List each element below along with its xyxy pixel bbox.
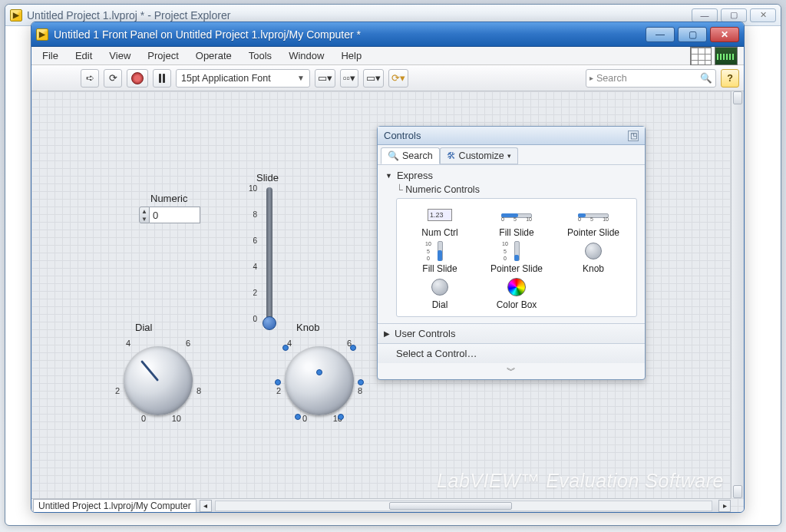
palette-item-knob[interactable]: Knob: [556, 241, 630, 274]
connector-pane-icon[interactable]: [690, 47, 712, 65]
menu-edit[interactable]: Edit: [68, 48, 100, 63]
menu-help[interactable]: Help: [333, 48, 369, 63]
slide-tick: 2: [246, 289, 257, 297]
slide-tick: 6: [246, 236, 257, 245]
search-icon: 🔍: [388, 150, 399, 161]
slide-tick: 0: [246, 315, 257, 323]
front-panel-window: ▶ Untitled 1 Front Panel on Untitled Pro…: [31, 21, 745, 513]
palette-title: Controls: [384, 130, 421, 141]
horizontal-scrollbar[interactable]: Untitled Project 1.lvproj/My Computer ◂ …: [31, 498, 731, 512]
menu-operate[interactable]: Operate: [188, 48, 239, 63]
palette-subsection-numeric: └ Numeric Controls: [385, 184, 637, 195]
numeric-value[interactable]: 0: [150, 207, 200, 223]
vertical-scrollbar[interactable]: [731, 91, 744, 498]
vi-icon[interactable]: [715, 47, 738, 65]
palette-item-fill-slide-h[interactable]: 0510 Fill Slide: [480, 205, 553, 238]
numeric-control[interactable]: ▲▼ 0: [139, 207, 200, 223]
palette-search-tab[interactable]: 🔍 Search: [381, 147, 440, 164]
palette-item-fill-slide-v[interactable]: 1050 Fill Slide: [403, 241, 477, 274]
front-panel-title: Untitled 1 Front Panel on Untitled Proje…: [54, 28, 640, 41]
reorder-button[interactable]: ⟳▾: [388, 69, 408, 88]
menu-project[interactable]: Project: [140, 48, 186, 63]
palette-item-color-box[interactable]: Color Box: [480, 277, 553, 310]
selection-handle[interactable]: [282, 345, 289, 351]
front-panel-titlebar: ▶ Untitled 1 Front Panel on Untitled Pro…: [31, 22, 744, 47]
knob-label: Knob: [296, 322, 319, 333]
run-button[interactable]: ➪: [81, 69, 99, 88]
menu-window[interactable]: Window: [281, 48, 332, 63]
maximize-button[interactable]: ▢: [678, 27, 707, 42]
knob-control[interactable]: 0 2 4 6 8 10: [266, 337, 373, 421]
menu-tools[interactable]: Tools: [241, 48, 279, 63]
search-icon: 🔍: [700, 72, 712, 84]
close-button[interactable]: ✕: [710, 27, 739, 42]
labview-icon: ▶: [36, 28, 48, 41]
slide-tick: 10: [246, 184, 257, 193]
slide-label: Slide: [256, 172, 279, 183]
minimize-button[interactable]: —: [646, 27, 675, 42]
project-explorer-title: Untitled Project 1.lvproj * - Project Ex…: [27, 9, 687, 21]
palette-header[interactable]: Controls ◳: [378, 127, 645, 145]
slide-control[interactable]: 10 8 6 4 2 0: [260, 187, 279, 325]
menu-view[interactable]: View: [101, 48, 138, 63]
toolbar: ➪ ⟳ 15pt Application Font ▼ ▭▾ ▫▫▾ ▭▾ ⟳▾…: [31, 65, 744, 91]
dial-label: Dial: [135, 322, 152, 333]
slide-tick: 8: [246, 210, 257, 219]
abort-button[interactable]: [127, 69, 148, 88]
run-continuously-button[interactable]: ⟳: [104, 69, 122, 88]
slide-tick: 4: [246, 263, 257, 271]
watermark: LabVIEW™ Evaluation Software: [437, 470, 724, 492]
palette-item-dial[interactable]: Dial: [403, 277, 477, 310]
bottom-tab[interactable]: Untitled Project 1.lvproj/My Computer: [33, 499, 196, 513]
dial-control[interactable]: 0 2 4 6 8 10: [104, 337, 212, 421]
front-panel-canvas[interactable]: Numeric ▲▼ 0 Slide 10 8 6 4 2 0 Dial: [31, 91, 744, 512]
scroll-thumb[interactable]: [389, 502, 512, 510]
font-selector-label: 15pt Application Font: [181, 73, 271, 84]
palette-expand-icon[interactable]: ︾: [378, 363, 645, 379]
palette-select-control[interactable]: Select a Control…: [378, 343, 645, 363]
labview-icon: ▶: [10, 9, 22, 21]
scroll-right-button[interactable]: ▸: [718, 500, 731, 512]
selection-handle[interactable]: [316, 369, 322, 375]
selection-handle[interactable]: [338, 414, 344, 420]
controls-palette[interactable]: Controls ◳ 🔍 Search 🛠 Customize ▾ ▼ Expr…: [377, 126, 646, 380]
context-help-button[interactable]: ?: [721, 69, 739, 88]
resize-objects-button[interactable]: ▭▾: [363, 69, 384, 88]
wrench-icon: 🛠: [447, 150, 456, 161]
palette-customize-tab[interactable]: 🛠 Customize ▾: [440, 147, 518, 164]
distribute-objects-button[interactable]: ▫▫▾: [340, 69, 358, 88]
palette-item-pointer-slide-v[interactable]: 1050 Pointer Slide: [480, 241, 553, 274]
search-box[interactable]: ▸ Search 🔍: [586, 69, 716, 88]
font-selector[interactable]: 15pt Application Font ▼: [176, 69, 310, 88]
selection-handle[interactable]: [295, 414, 301, 420]
minimize-button[interactable]: —: [692, 8, 718, 22]
palette-grid: 1.23 Num Ctrl 0510 Fill Slide 0510 Point…: [396, 198, 637, 317]
palette-item-pointer-slide-h[interactable]: 0510 Pointer Slide: [556, 205, 630, 238]
palette-section-express[interactable]: ▼ Express: [385, 170, 637, 181]
numeric-spinner[interactable]: ▲▼: [139, 207, 150, 223]
close-button[interactable]: ✕: [750, 8, 776, 22]
align-objects-button[interactable]: ▭▾: [315, 69, 335, 88]
slide-thumb[interactable]: [263, 316, 276, 330]
palette-pin-icon[interactable]: ◳: [628, 131, 639, 141]
numeric-label: Numeric: [150, 193, 187, 204]
scroll-left-button[interactable]: ◂: [200, 500, 212, 512]
palette-user-controls[interactable]: ▶User Controls: [378, 323, 645, 343]
selection-handle[interactable]: [358, 379, 364, 385]
palette-item-num-ctrl[interactable]: 1.23 Num Ctrl: [403, 205, 477, 238]
selection-handle[interactable]: [275, 379, 281, 385]
selection-handle[interactable]: [350, 345, 356, 351]
pause-button[interactable]: [153, 69, 171, 88]
menu-bar: File Edit View Project Operate Tools Win…: [31, 47, 744, 65]
search-placeholder: Search: [596, 73, 627, 84]
menu-file[interactable]: File: [35, 48, 66, 63]
maximize-button[interactable]: ▢: [721, 8, 747, 22]
